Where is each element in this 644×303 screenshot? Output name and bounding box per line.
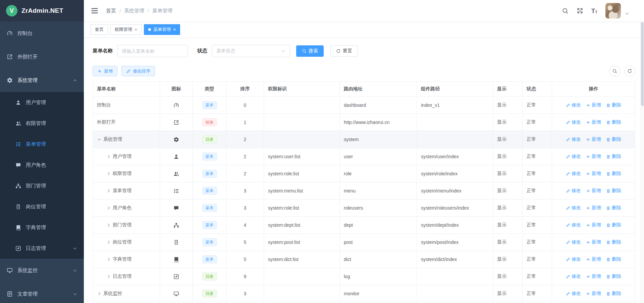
sidebar-group-monitor[interactable]: 系统监控 bbox=[0, 259, 84, 282]
add-link[interactable]: 新增 bbox=[586, 273, 601, 279]
status-select[interactable]: 菜单状态 bbox=[212, 45, 290, 57]
table-row[interactable]: 权限管理 菜单 2 system:role:list role system/r… bbox=[93, 165, 635, 182]
add-link[interactable]: 新增 bbox=[586, 222, 601, 228]
route-value: dashboard bbox=[340, 97, 417, 114]
chevron-right-icon[interactable] bbox=[97, 291, 102, 296]
delete-link[interactable]: 删除 bbox=[606, 119, 621, 125]
sidebar-item-external[interactable]: 外部打开 bbox=[0, 45, 84, 69]
sidebar-item-roles[interactable]: 权限管理 bbox=[0, 113, 84, 134]
add-link[interactable]: 新增 bbox=[586, 154, 601, 160]
table-row[interactable]: 字典管理 菜单 5 system:dict:list dict system/d… bbox=[93, 251, 635, 268]
add-link[interactable]: 新增 bbox=[586, 171, 601, 177]
search-button[interactable]: 搜索 bbox=[296, 45, 324, 57]
sidebar-item-departments[interactable]: 部门管理 bbox=[0, 175, 84, 196]
tab-roles[interactable]: 权限管理 × bbox=[110, 24, 142, 35]
chevron-right-icon[interactable] bbox=[106, 188, 111, 193]
chevron-right-icon[interactable] bbox=[106, 257, 111, 262]
app-logo[interactable]: V ZrAdmin.NET bbox=[0, 0, 84, 21]
delete-link[interactable]: 删除 bbox=[606, 239, 621, 245]
edit-link[interactable]: 修改 bbox=[566, 136, 581, 142]
add-link[interactable]: 新增 bbox=[586, 239, 601, 245]
sidebar-item-menus[interactable]: 菜单管理 bbox=[0, 134, 84, 155]
visible-value: 显示 bbox=[493, 165, 523, 182]
table-row[interactable]: 用户角色 菜单 3 system:role:list roleusers sys… bbox=[93, 200, 635, 217]
chevron-down-icon[interactable] bbox=[97, 137, 102, 142]
add-link[interactable]: 新增 bbox=[586, 256, 601, 262]
table-row[interactable]: 系统管理 目录 2 system 显示 正常 修改 新增 删除 bbox=[93, 131, 635, 148]
edit-link[interactable]: 修改 bbox=[566, 222, 581, 228]
font-size-icon[interactable]: TT bbox=[591, 8, 597, 14]
table-row[interactable]: 部门管理 菜单 4 system:dept:list dept system/d… bbox=[93, 217, 635, 234]
chevron-right-icon[interactable] bbox=[106, 154, 111, 159]
delete-link[interactable]: 删除 bbox=[606, 291, 621, 297]
user-avatar[interactable] bbox=[605, 3, 621, 18]
breadcrumb-item[interactable]: 系统管理 bbox=[124, 8, 144, 14]
add-link[interactable]: 新增 bbox=[586, 205, 601, 211]
table-row[interactable]: 日志管理 目录 9 log 显示 正常 修改 新增 删除 bbox=[93, 268, 635, 285]
delete-link[interactable]: 删除 bbox=[606, 171, 621, 177]
delete-link[interactable]: 删除 bbox=[606, 222, 621, 228]
sidebar-item-user-roles[interactable]: 用户角色 bbox=[0, 155, 84, 175]
tab-menus[interactable]: 菜单管理 × bbox=[144, 24, 180, 35]
add-link[interactable]: 新增 bbox=[586, 136, 601, 142]
sidebar-item-users[interactable]: 用户管理 bbox=[0, 92, 84, 113]
edit-link[interactable]: 修改 bbox=[566, 102, 581, 108]
add-link[interactable]: 新增 bbox=[586, 188, 601, 194]
table-row[interactable]: 系统监控 目录 3 monitor 显示 正常 修改 新增 删除 bbox=[93, 285, 635, 302]
chevron-right-icon[interactable] bbox=[106, 274, 111, 279]
sidebar-group-articles[interactable]: 文章管理 bbox=[0, 282, 84, 303]
delete-link[interactable]: 删除 bbox=[606, 273, 621, 279]
table-row[interactable]: 菜单管理 菜单 3 system:menu:list menu system/m… bbox=[93, 182, 635, 200]
chevron-right-icon[interactable] bbox=[106, 240, 111, 245]
table-row[interactable]: 用户管理 菜单 2 system:user:list user system/u… bbox=[93, 148, 635, 165]
add-link[interactable]: 新增 bbox=[586, 291, 601, 297]
sidebar-item-dashboard[interactable]: 控制台 bbox=[0, 21, 84, 45]
close-icon[interactable]: × bbox=[173, 27, 176, 32]
table-row[interactable]: 控制台 菜单 0 dashboard index_v1 显示 正常 修改 新增 … bbox=[93, 97, 635, 114]
search-icon[interactable] bbox=[562, 7, 569, 14]
chevron-right-icon[interactable] bbox=[106, 223, 111, 227]
table-row[interactable]: 外部打开 链接 1 http://www.izhaorui.cn 显示 正常 修… bbox=[93, 114, 635, 131]
delete-link[interactable]: 删除 bbox=[606, 154, 621, 160]
table-row[interactable]: 岗位管理 菜单 5 system:post:list post system/p… bbox=[93, 234, 635, 251]
hamburger-icon[interactable] bbox=[91, 7, 99, 15]
sidebar-item-dict[interactable]: 字典管理 bbox=[0, 217, 84, 238]
close-icon[interactable]: × bbox=[135, 27, 137, 32]
add-button[interactable]: 新增 bbox=[93, 66, 117, 76]
breadcrumb-item[interactable]: 首页 bbox=[106, 8, 116, 14]
edit-link[interactable]: 修改 bbox=[566, 171, 581, 177]
sidebar-group-logs[interactable]: 日志管理 bbox=[0, 238, 84, 259]
scrollbar-thumb[interactable] bbox=[641, 22, 644, 106]
plus-icon bbox=[586, 223, 590, 227]
edit-link[interactable]: 修改 bbox=[566, 188, 581, 194]
show-search-button[interactable] bbox=[609, 66, 620, 77]
add-link[interactable]: 新增 bbox=[586, 119, 601, 125]
route-value: roleusers bbox=[340, 200, 417, 217]
tab-home[interactable]: 首页 bbox=[91, 24, 108, 35]
edit-link[interactable]: 修改 bbox=[566, 119, 581, 125]
edit-link[interactable]: 修改 bbox=[566, 205, 581, 211]
page-scrollbar[interactable] bbox=[641, 0, 644, 303]
sidebar-group-system[interactable]: 系统管理 bbox=[0, 69, 84, 92]
delete-link[interactable]: 删除 bbox=[606, 205, 621, 211]
menu-name-input[interactable] bbox=[117, 45, 188, 57]
chevron-right-icon[interactable] bbox=[106, 206, 111, 210]
sidebar-item-posts[interactable]: 岗位管理 bbox=[0, 196, 84, 217]
edit-link[interactable]: 修改 bbox=[566, 154, 581, 160]
refresh-button[interactable] bbox=[624, 66, 635, 77]
edit-link[interactable]: 修改 bbox=[566, 239, 581, 245]
reset-button[interactable]: 重置 bbox=[330, 45, 358, 57]
chevron-right-icon[interactable] bbox=[106, 171, 111, 176]
fullscreen-icon[interactable] bbox=[577, 7, 583, 14]
edit-link[interactable]: 修改 bbox=[566, 291, 581, 297]
sort-edit-button[interactable]: 修改排序 bbox=[121, 66, 155, 76]
add-link[interactable]: 新增 bbox=[586, 102, 601, 108]
delete-link[interactable]: 删除 bbox=[606, 102, 621, 108]
delete-link[interactable]: 删除 bbox=[606, 188, 621, 194]
edit-link[interactable]: 修改 bbox=[566, 256, 581, 262]
delete-link[interactable]: 删除 bbox=[606, 256, 621, 262]
perm-value: system:user:list bbox=[264, 148, 340, 165]
chevron-down-icon[interactable] bbox=[625, 11, 629, 16]
edit-link[interactable]: 修改 bbox=[566, 273, 581, 279]
delete-link[interactable]: 删除 bbox=[606, 136, 621, 142]
